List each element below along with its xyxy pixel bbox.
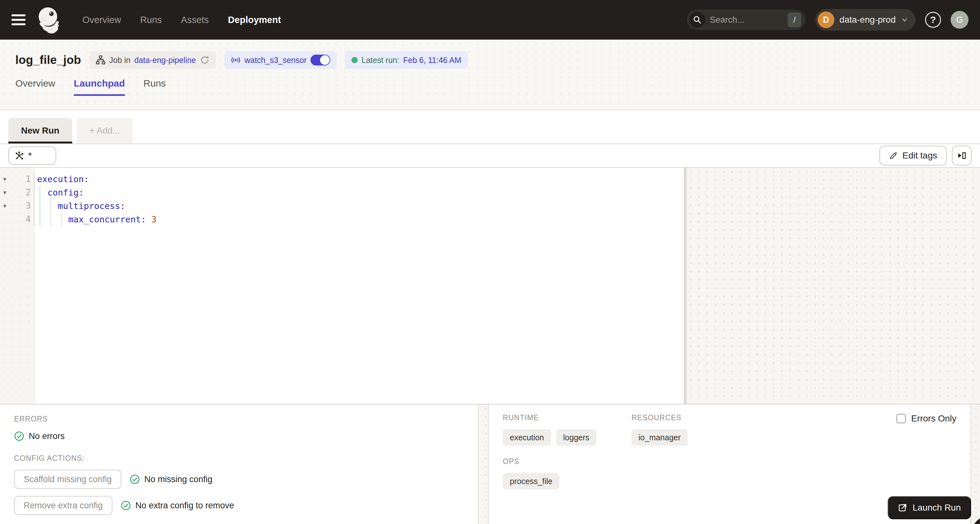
edit-tags-label: Edit tags [902,150,937,161]
code-line: ▾ 2 config: [0,186,684,199]
code-line: ▾ 3 multiprocess: [0,199,684,212]
scaffold-status-text: No missing config [145,475,212,484]
runtime-section: RUNTIME execution loggers [503,413,597,446]
remove-extra-config-button[interactable]: Remove extra config [14,496,113,515]
errors-status-text: No errors [29,432,65,441]
page-title: log_file_job [15,53,81,67]
errors-only-control: Errors Only [896,413,956,424]
op-selector-value: * [28,150,32,161]
open-right-panel-button[interactable] [952,146,972,166]
nav-item-deployment[interactable]: Deployment [228,15,281,25]
op-selector-input[interactable]: * [8,147,56,165]
check-circle-icon [14,431,24,441]
tab-runs[interactable]: Runs [143,78,166,95]
yaml-key: multiprocess: [58,201,125,211]
run-status-dot [352,57,358,63]
sensor-link[interactable]: watch_s3_sensor [245,56,307,65]
resources-heading: RESOURCES [632,413,688,422]
edit-tags-button[interactable]: Edit tags [880,146,947,166]
errors-only-label: Errors Only [911,413,956,424]
hamburger-menu-icon[interactable] [11,14,25,25]
search-placeholder: Search... [710,15,788,25]
fold-arrow-icon[interactable]: ▾ [0,175,10,183]
check-circle-icon [130,474,140,484]
latest-run-link[interactable]: Feb 6, 11:46 AM [403,56,461,65]
fold-arrow-icon[interactable]: ▾ [0,202,10,210]
session-tab-add[interactable]: + Add... [77,118,133,143]
launchpad-toolbar: * Edit tags [0,144,980,167]
launch-icon [898,503,907,513]
job-graph-icon [96,55,105,65]
op-graph-icon [14,150,24,161]
fold-arrow-icon[interactable]: ▾ [0,189,10,196]
runtime-tag[interactable]: execution [503,429,551,446]
launchpad-footer: ERRORS No errors CONFIG ACTIONS: Scaffol… [0,404,980,524]
yaml-key: config: [48,188,84,197]
search-icon [689,12,705,28]
workspace-avatar: D [818,11,834,28]
search-shortcut-badge: / [788,13,801,27]
nav-item-assets[interactable]: Assets [181,15,209,25]
yaml-key: execution: [37,174,89,184]
dagster-logo-icon[interactable] [34,5,65,35]
top-navbar: Overview Runs Assets Deployment Search..… [0,0,980,40]
line-number: 3 [10,201,31,210]
yaml-key: max_concurrent: [68,214,146,224]
errors-only-checkbox[interactable] [896,414,906,424]
job-header: log_file_job Job in data-eng-pipeline [0,40,980,110]
ops-heading: OPS [503,457,956,466]
remove-status-text: No extra config to remove [135,501,234,511]
line-number: 4 [10,214,31,224]
launchpad-session-strip: New Run + Add... [0,110,980,144]
chevron-down-icon [901,16,908,24]
expand-panel-icon [957,150,967,161]
user-avatar[interactable]: G [951,11,969,29]
navbar-right-group: Search... / D data-eng-prod ? G [687,9,969,31]
help-icon[interactable]: ? [925,12,941,28]
line-number: 1 [10,174,31,184]
resources-section: RESOURCES io_manager [632,413,688,446]
check-circle-icon [121,500,131,511]
errors-heading: ERRORS [14,415,464,424]
workspace-name: data-eng-prod [840,15,896,25]
resource-tag[interactable]: io_manager [632,429,688,446]
tab-launchpad[interactable]: Launchpad [74,78,125,95]
nav-item-runs[interactable]: Runs [140,15,162,25]
job-location-tag: Job in data-eng-pipeline [89,51,216,69]
pipeline-link[interactable]: data-eng-pipeline [134,56,196,65]
launch-run-button[interactable]: Launch Run [888,496,971,519]
editor-preview-divider[interactable] [684,168,686,404]
job-tabs: Overview Launchpad Runs [0,78,980,95]
launch-run-label: Launch Run [913,503,961,513]
launchpad-main: ▾ 1 execution: ▾ 2 config: ▾ 3 multiproc… [0,167,980,524]
code-line: ▾ 1 execution: [0,172,684,186]
config-actions-heading: CONFIG ACTIONS: [14,454,464,463]
search-input[interactable]: Search... / [687,10,806,30]
sensor-tag: watch_s3_sensor [224,51,337,69]
runtime-tag[interactable]: loggers [556,429,597,446]
nav-links: Overview Runs Assets Deployment [83,15,281,25]
tab-overview[interactable]: Overview [15,78,55,95]
op-tag[interactable]: process_file [503,473,559,489]
latest-run-label: Latest run: [361,56,399,65]
config-code-editor[interactable]: ▾ 1 execution: ▾ 2 config: ▾ 3 multiproc… [0,168,684,404]
sensor-icon [231,55,241,65]
yaml-value: 3 [146,214,156,224]
dagster-launchpad-page: Overview Runs Assets Deployment Search..… [0,0,980,524]
nav-item-overview[interactable]: Overview [83,15,121,25]
code-line: 4 max_concurrent:3 [0,212,684,226]
runtime-heading: RUNTIME [503,413,597,422]
workspace-switcher[interactable]: D data-eng-prod [815,9,915,31]
session-tab-new-run[interactable]: New Run [8,118,72,143]
errors-panel: ERRORS No errors CONFIG ACTIONS: Scaffol… [0,405,479,524]
job-tag-prefix: Job in [109,56,130,65]
refresh-icon[interactable] [200,55,210,65]
sensor-toggle[interactable] [310,55,330,65]
latest-run-tag: Latest run: Feb 6, 11:46 AM [345,51,468,69]
pencil-icon [889,151,898,160]
line-number: 2 [10,188,31,197]
ops-section: OPS process_file [503,457,956,489]
scaffold-missing-config-button[interactable]: Scaffold missing config [14,470,121,489]
